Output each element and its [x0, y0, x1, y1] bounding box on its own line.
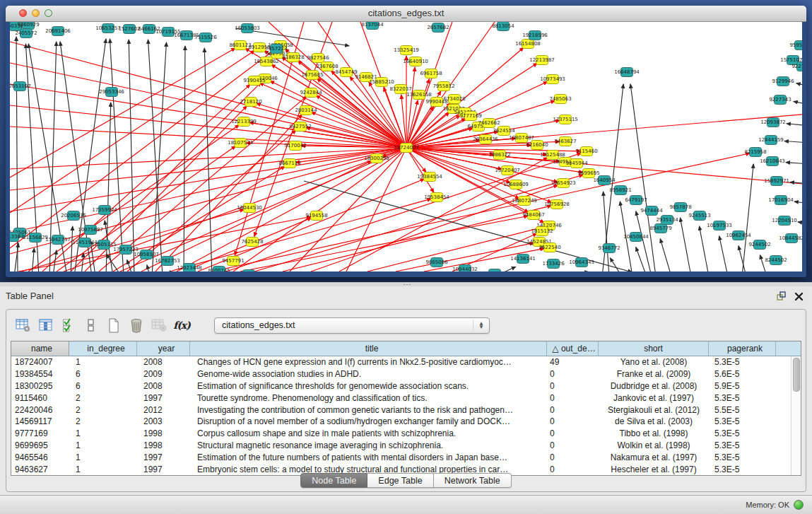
table-row[interactable]: 969969511998Structural magnetic resonanc…: [11, 440, 801, 452]
column-header-4[interactable]: △ out_de…: [547, 341, 599, 356]
graph-node-label: 18300295: [364, 156, 389, 161]
graph-node-label: 29053346: [99, 89, 124, 95]
graph-node-label: 9346772: [598, 245, 620, 251]
graph-edge: [290, 148, 406, 271]
function-builder-icon[interactable]: f(x): [173, 316, 190, 334]
graph-edge: [367, 227, 543, 271]
float-panel-icon[interactable]: [777, 291, 787, 304]
network-desktop: citations_edges.txt 18724007860112389129…: [0, 0, 812, 282]
tab-node-table[interactable]: Node Table: [300, 473, 367, 488]
table-scrollbar[interactable]: [791, 356, 801, 475]
graph-edge: [259, 83, 406, 148]
table-cell: Nakamura et al. (1997): [599, 452, 709, 462]
delete-table-icon[interactable]: [151, 316, 167, 334]
graph-node-label: 2718120: [240, 99, 261, 105]
column-header-3[interactable]: title: [190, 341, 547, 356]
table-cell: 9465546: [11, 452, 69, 462]
table-cell: Changes of HCN gene expression and I(f) …: [190, 357, 547, 367]
network-canvas[interactable]: 1872400786011238912955182260589827503165…: [10, 22, 802, 271]
graph-edge: [148, 40, 163, 271]
graph-node-label: 8100745: [208, 268, 230, 271]
table-cell: 1: [69, 452, 137, 462]
graph-node-label: 17359924: [92, 207, 117, 213]
graph-node-label: 10197533: [707, 223, 732, 228]
delete-column-icon[interactable]: [128, 316, 145, 334]
table-cell: 1998: [137, 428, 190, 438]
chooser-stepper-icon: ▲▼: [473, 320, 489, 330]
graph-node-label: 9242844: [300, 90, 322, 95]
graph-node-label: 10964343: [569, 259, 594, 265]
table-cell: Corpus callosum shape and size in male p…: [190, 428, 547, 438]
tab-edge-table[interactable]: Edge Table: [367, 473, 433, 488]
window-titlebar[interactable]: citations_edges.txt: [6, 6, 806, 22]
table-row[interactable]: 1456911722003Disruption of a novel membe…: [11, 416, 801, 428]
graph-edge: [796, 83, 802, 86]
table-row[interactable]: 2242004622012Investigating the contribut…: [11, 404, 801, 416]
graph-node-label: 12923448: [177, 265, 202, 271]
table-cell: 5.3E-5: [709, 357, 776, 367]
graph-node-label: 10962454: [726, 233, 751, 238]
new-column-icon[interactable]: [105, 316, 122, 334]
graph-node-label: 16154808: [515, 41, 541, 47]
graph-edge: [127, 130, 296, 271]
graph-edge: [680, 218, 691, 271]
graph-node-label: 8667110: [278, 160, 300, 166]
graph-node-label: 18724007: [394, 145, 419, 151]
graph-node-label: 2522540: [539, 245, 560, 250]
graph-node-label: 9170042: [284, 143, 306, 148]
graph-node-label: 15892971: [764, 178, 789, 184]
table-cell: 0: [547, 428, 599, 438]
column-header-0[interactable]: name: [11, 341, 69, 356]
table-cell: 22420046: [11, 405, 69, 415]
table-scrollbar-thumb[interactable]: [793, 358, 800, 392]
graph-node-label: 9777169: [459, 113, 481, 119]
graph-node-label: 17016504: [768, 197, 794, 203]
graph-edge: [584, 271, 592, 271]
column-header-2[interactable]: year: [137, 341, 190, 356]
graph-edge: [406, 148, 434, 192]
table-cell: 5.3E-5: [709, 428, 776, 438]
select-rows-icon[interactable]: [60, 316, 77, 334]
table-panel-title: Table Panel: [6, 291, 54, 301]
show-columns-icon[interactable]: [37, 316, 54, 334]
tab-network-table[interactable]: Network Table: [434, 473, 512, 488]
table-settings-icon[interactable]: [15, 316, 32, 334]
table-cell: 5.3E-5: [709, 440, 776, 450]
table-cell: Tourette syndrome. Phenomenology and cla…: [190, 393, 547, 403]
graph-node-label: 9595751: [789, 42, 802, 48]
graph-node-label: 8215958: [744, 149, 766, 155]
graph-node-label: 1527602: [118, 26, 140, 32]
table-cell: 5.3E-5: [709, 452, 776, 462]
table-cell: 5.6E-5: [709, 369, 776, 379]
table-row[interactable]: 946554611997Estimation of the future num…: [11, 451, 801, 463]
table-cell: 5.9E-5: [709, 381, 776, 391]
table-cell: 18724007: [11, 357, 69, 367]
graph-node-label: 8813054: [492, 23, 514, 29]
table-cell: 18300295: [11, 381, 69, 391]
graph-node-label: 9699695: [577, 170, 599, 176]
table-row[interactable]: 1938455462009Genome-wide association stu…: [11, 368, 801, 380]
table-row[interactable]: 911546021997Tourette syndrome. Phenomeno…: [11, 392, 801, 404]
table-row[interactable]: 1872400712008Changes of HCN gene express…: [11, 356, 801, 368]
table-chooser-select[interactable]: citations_edges.txt ▲▼: [214, 317, 490, 334]
column-header-5[interactable]: short: [599, 341, 709, 356]
column-header-1[interactable]: in_degree: [69, 341, 137, 356]
table-mode-icon[interactable]: [83, 316, 100, 334]
graph-node-label: 12093872: [760, 119, 786, 125]
table-cell: Yano et al. (2008): [599, 357, 709, 367]
memory-ok-indicator: [794, 500, 804, 510]
table-cell: Estimation of significance thresholds fo…: [190, 381, 547, 391]
column-header-6[interactable]: pagerank: [709, 341, 776, 356]
table-row[interactable]: 1830029562008Estimation of significance …: [11, 380, 801, 392]
graph-node-label: 2803144: [295, 107, 317, 113]
graph-node-label: 9857878: [669, 204, 691, 210]
table-cell: 2012: [137, 405, 190, 415]
table-body: 1872400712008Changes of HCN gene express…: [11, 356, 801, 475]
close-panel-icon[interactable]: [794, 291, 804, 304]
graph-edge: [794, 201, 802, 204]
table-cell: 9699695: [11, 440, 69, 450]
table-panel: Table Panel: [0, 286, 812, 495]
table-row[interactable]: 977716911998Corpus callosum shape and si…: [11, 428, 801, 440]
graph-edge: [630, 84, 656, 271]
graph-edge: [787, 124, 802, 126]
